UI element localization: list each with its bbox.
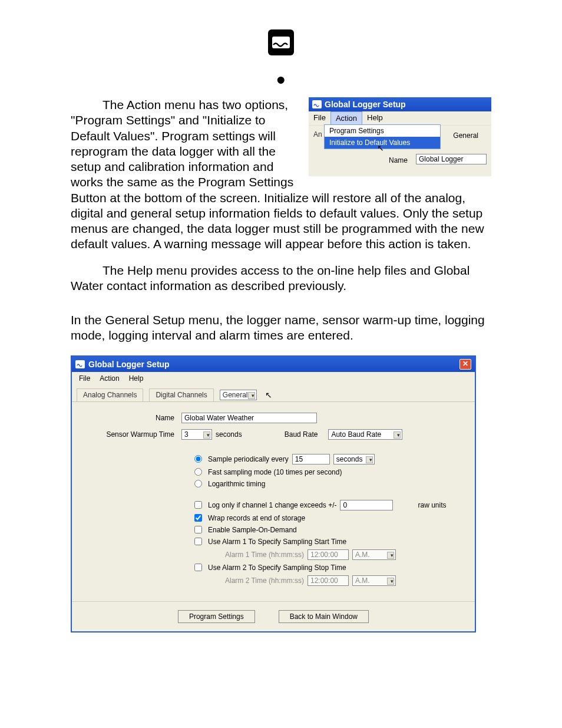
chk-alarm1-label: Use Alarm 1 To Specify Sampling Start Ti… bbox=[208, 538, 346, 546]
mini-name-label: Name bbox=[389, 156, 408, 164]
program-settings-button[interactable]: Program Settings bbox=[178, 610, 255, 623]
paragraph-2: The Help menu provides access to the on-… bbox=[71, 263, 491, 294]
action-menu-screenshot: Global Logger Setup File Action Help An … bbox=[309, 97, 491, 176]
radio-fast-label: Fast sampling mode (10 times per second) bbox=[208, 468, 342, 476]
chk1-unit: raw units bbox=[418, 501, 446, 509]
cursor-icon: ↖ bbox=[377, 143, 384, 153]
chk-wrap-label: Wrap records at end of storage bbox=[208, 514, 305, 522]
sample-unit-select[interactable]: seconds bbox=[333, 454, 375, 465]
radio-logarithmic[interactable] bbox=[194, 480, 202, 487]
cursor-icon: ↖ bbox=[265, 390, 272, 400]
mini-menu-action[interactable]: Action bbox=[330, 111, 362, 125]
bullet: ● bbox=[71, 70, 491, 89]
menu-file[interactable]: File bbox=[74, 373, 95, 384]
mini-tab-analog: An bbox=[313, 130, 322, 139]
tabs-row: Analog Channels Digital Channels General… bbox=[72, 385, 475, 401]
chk-sod-label: Enable Sample-On-Demand bbox=[208, 526, 297, 534]
chk-sample-on-demand[interactable] bbox=[194, 526, 202, 533]
name-label: Name bbox=[92, 414, 174, 422]
dropdown-item-program-settings[interactable]: Program Settings bbox=[325, 125, 440, 137]
alarm2-ampm-select: A.M. bbox=[352, 575, 396, 586]
global-logger-setup-window: Global Logger Setup ✕ File Action Help A… bbox=[71, 355, 476, 633]
radio-sample-label: Sample periodically every bbox=[208, 455, 289, 463]
mini-title-text: Global Logger Setup bbox=[325, 100, 406, 109]
sample-interval-input[interactable] bbox=[292, 454, 330, 465]
mini-menu-help[interactable]: Help bbox=[362, 111, 388, 125]
back-to-main-button[interactable]: Back to Main Window bbox=[279, 610, 369, 623]
tab-general[interactable]: General bbox=[220, 390, 257, 400]
alarm1-ampm-select: A.M. bbox=[352, 549, 396, 560]
window-title-bar: Global Logger Setup ✕ bbox=[72, 357, 475, 372]
footer-buttons: Program Settings Back to Main Window bbox=[72, 601, 475, 631]
alarm1-time-label: Alarm 1 Time (hh:mm:ss) bbox=[225, 551, 304, 559]
mini-menubar: File Action Help bbox=[309, 111, 491, 126]
app-icon bbox=[75, 360, 85, 368]
tab-digital-channels[interactable]: Digital Channels bbox=[149, 388, 213, 401]
chk1-value-input[interactable] bbox=[340, 500, 393, 510]
menu-help[interactable]: Help bbox=[124, 373, 148, 384]
baud-select[interactable]: Auto Baud Rate bbox=[328, 429, 402, 440]
chk-alarm1[interactable] bbox=[194, 538, 202, 545]
warmup-label: Sensor Warmup Time bbox=[92, 430, 174, 439]
close-icon[interactable]: ✕ bbox=[459, 359, 471, 370]
chk-log-only-label: Log only if channel 1 change exceeds +/- bbox=[208, 501, 336, 509]
window-title-text: Global Logger Setup bbox=[88, 360, 170, 369]
alarm2-time-input bbox=[308, 575, 349, 586]
logo-row bbox=[71, 29, 491, 58]
name-input[interactable] bbox=[181, 413, 317, 423]
alarm2-time-label: Alarm 2 Time (hh:mm:ss) bbox=[225, 577, 304, 585]
menu-action[interactable]: Action bbox=[95, 373, 124, 384]
chk-wrap-records[interactable] bbox=[194, 514, 202, 522]
chk-log-only-if[interactable] bbox=[194, 501, 202, 509]
wave-icon bbox=[268, 29, 294, 55]
general-panel: Name Sensor Warmup Time 3 seconds Baud R… bbox=[72, 401, 475, 601]
app-icon bbox=[312, 100, 322, 108]
mini-title-bar: Global Logger Setup bbox=[309, 97, 491, 111]
baud-label: Baud Rate bbox=[285, 430, 318, 439]
tab-analog-channels[interactable]: Analog Channels bbox=[77, 388, 143, 401]
radio-sample-periodically[interactable] bbox=[194, 455, 202, 463]
warmup-unit: seconds bbox=[216, 430, 242, 439]
chk-alarm2[interactable] bbox=[194, 564, 202, 571]
radio-log-label: Logarithmic timing bbox=[208, 480, 265, 488]
window-menubar: File Action Help bbox=[72, 372, 475, 385]
paragraph-3: In the General Setup menu, the logger na… bbox=[71, 312, 491, 344]
warmup-select[interactable]: 3 bbox=[181, 429, 212, 440]
mini-name-field[interactable]: Global Logger bbox=[416, 154, 487, 164]
alarm1-time-input bbox=[308, 549, 349, 560]
mini-menu-file[interactable]: File bbox=[309, 111, 330, 125]
radio-fast-sampling[interactable] bbox=[194, 468, 202, 476]
chk-alarm2-label: Use Alarm 2 To Specify Sampling Stop Tim… bbox=[208, 564, 346, 572]
mini-tab-general: General bbox=[447, 130, 484, 141]
